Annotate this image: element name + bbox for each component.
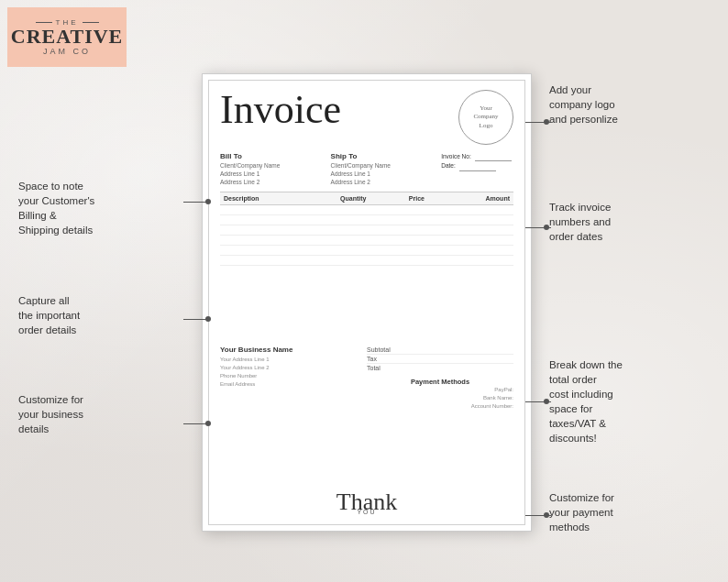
annotation-company-logo: Add your company logo and personlize bbox=[549, 82, 719, 126]
col-price: Price bbox=[391, 192, 442, 205]
you-text: YOU bbox=[220, 509, 513, 515]
table-row bbox=[220, 256, 513, 266]
annotation-billing-details: Space to note your Customer's Billing & … bbox=[18, 179, 179, 237]
col-amount: Amount bbox=[443, 192, 513, 205]
brand-jam: JAM CO bbox=[43, 47, 91, 56]
annotation-business-details: Customize for your business details bbox=[18, 392, 188, 436]
table-row bbox=[220, 246, 513, 256]
connector-dot bbox=[544, 399, 549, 404]
billing-section: Bill To Client/Company Name Address Line… bbox=[220, 152, 513, 186]
brand-logo: THE CREATIVE JAM CO bbox=[7, 7, 127, 67]
brand-creative: CREATIVE bbox=[11, 27, 124, 47]
business-info: Your Business Name Your Address Line 1 Y… bbox=[220, 346, 367, 411]
payment-section: Payment Methods PayPal: Bank Name: Accou… bbox=[367, 378, 513, 411]
connector-dot bbox=[205, 316, 211, 322]
invoice-title: Invoice bbox=[220, 90, 341, 130]
col-description: Description bbox=[220, 192, 315, 205]
connector-dot bbox=[544, 512, 549, 518]
connector-dot bbox=[544, 225, 549, 230]
col-quantity: Quantity bbox=[315, 192, 391, 205]
line-items-table: Description Quantity Price Amount bbox=[220, 192, 513, 266]
invoice-meta: Invoice No: Date: bbox=[441, 152, 513, 186]
invoice-footer: Your Business Name Your Address Line 1 Y… bbox=[220, 340, 513, 411]
annotation-total-order: Break down the total order cost includin… bbox=[549, 357, 719, 446]
company-logo-placeholder: Your Company Logo bbox=[458, 90, 513, 145]
table-row bbox=[220, 205, 513, 215]
ship-to-section: Ship To Client/Company Name Address Line… bbox=[331, 152, 435, 186]
totals-section: Subtotal Tax Total bbox=[367, 346, 513, 372]
annotation-order-details: Capture all the important order details bbox=[18, 293, 188, 337]
connector-dot bbox=[205, 421, 211, 426]
table-row bbox=[220, 236, 513, 246]
invoice-header: Invoice Your Company Logo bbox=[220, 90, 513, 145]
annotation-payment-methods: Customize for your payment methods bbox=[549, 490, 719, 534]
invoice-document: Invoice Your Company Logo Bill To Client… bbox=[202, 73, 532, 532]
thank-you-section: Thank YOU bbox=[220, 485, 513, 515]
table-row bbox=[220, 215, 513, 225]
connector-dot bbox=[205, 199, 211, 204]
connector-dot bbox=[544, 119, 549, 125]
annotation-invoice-numbers: Track invoice numbers and order dates bbox=[549, 200, 719, 244]
table-row bbox=[220, 225, 513, 236]
bill-to-section: Bill To Client/Company Name Address Line… bbox=[220, 152, 324, 186]
